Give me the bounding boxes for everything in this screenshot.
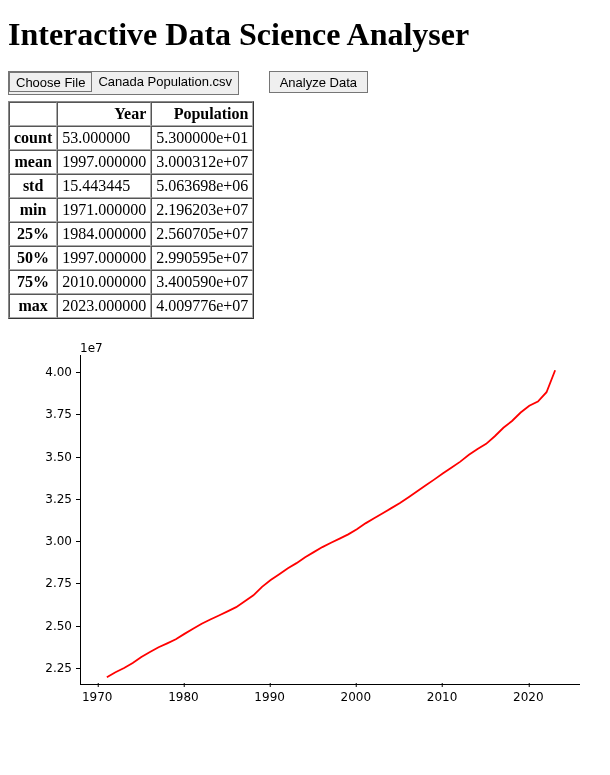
y-tick-label: 3.00 [20,534,80,548]
stats-row-label: mean [9,150,57,174]
table-row: 25%1984.0000002.560705e+07 [9,222,253,246]
stats-pop-cell: 4.009776e+07 [151,294,253,318]
stats-row-label: 50% [9,246,57,270]
table-row: count53.0000005.300000e+01 [9,126,253,150]
stats-year-cell: 2010.000000 [57,270,151,294]
stats-pop-cell: 5.063698e+06 [151,174,253,198]
x-tick-label: 2000 [341,690,372,704]
stats-pop-cell: 2.196203e+07 [151,198,253,222]
stats-header-population: Population [151,102,253,126]
stats-row-label: max [9,294,57,318]
x-tick-label: 2020 [513,690,544,704]
stats-row-label: 25% [9,222,57,246]
table-row: mean1997.0000003.000312e+07 [9,150,253,174]
stats-row-label: count [9,126,57,150]
x-tick-label: 2010 [427,690,458,704]
stats-header-year: Year [57,102,151,126]
analyze-button[interactable]: Analyze Data [269,71,368,93]
page-title: Interactive Data Science Analyser [8,16,610,53]
stats-pop-cell: 3.000312e+07 [151,150,253,174]
table-row: std15.4434455.063698e+06 [9,174,253,198]
stats-row-label: min [9,198,57,222]
table-row: min1971.0000002.196203e+07 [9,198,253,222]
population-line-chart: 1e7 2.252.502.753.003.253.503.754.00 197… [20,355,605,715]
y-tick-label: 3.25 [20,492,80,506]
stats-year-cell: 2023.000000 [57,294,151,318]
plot-area [80,355,580,685]
table-row: 50%1997.0000002.990595e+07 [9,246,253,270]
population-line [107,370,555,677]
stats-year-cell: 1984.000000 [57,222,151,246]
file-input[interactable]: Choose FileCanada Population.csv [8,71,239,95]
y-tick-label: 4.00 [20,365,80,379]
controls-row: Choose FileCanada Population.csv Analyze… [8,71,610,95]
stats-pop-cell: 2.990595e+07 [151,246,253,270]
choose-file-button[interactable]: Choose File [9,72,92,92]
x-tick-label: 1990 [254,690,285,704]
stats-row-label: 75% [9,270,57,294]
stats-year-cell: 1971.000000 [57,198,151,222]
y-axis-scale-label: 1e7 [80,341,103,355]
table-row: max2023.0000004.009776e+07 [9,294,253,318]
y-tick-label: 3.50 [20,450,80,464]
stats-year-cell: 1997.000000 [57,150,151,174]
y-tick-label: 2.25 [20,661,80,675]
stats-pop-cell: 2.560705e+07 [151,222,253,246]
stats-pop-cell: 3.400590e+07 [151,270,253,294]
stats-year-cell: 53.000000 [57,126,151,150]
stats-year-cell: 1997.000000 [57,246,151,270]
stats-pop-cell: 5.300000e+01 [151,126,253,150]
y-tick-label: 2.75 [20,576,80,590]
x-tick-label: 1970 [82,690,113,704]
stats-year-cell: 15.443445 [57,174,151,198]
x-tick-label: 1980 [168,690,199,704]
stats-header-blank [9,102,57,126]
selected-file-name: Canada Population.csv [92,72,238,91]
stats-header-row: Year Population [9,102,253,126]
y-tick-label: 3.75 [20,407,80,421]
stats-table: Year Population count53.0000005.300000e+… [8,101,254,319]
chart-container: 1e7 2.252.502.753.003.253.503.754.00 197… [8,355,610,715]
table-row: 75%2010.0000003.400590e+07 [9,270,253,294]
stats-row-label: std [9,174,57,198]
y-tick-label: 2.50 [20,619,80,633]
